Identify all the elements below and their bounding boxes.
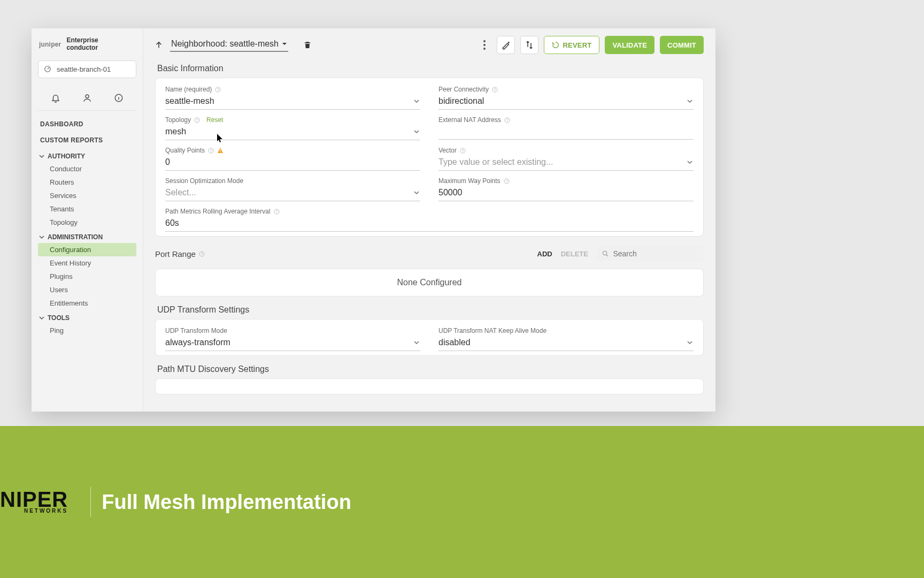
card-pmtu xyxy=(155,378,704,394)
udp-mode-select[interactable]: always-transform xyxy=(165,334,420,351)
udp-mode-value: always-transform xyxy=(165,338,230,347)
section-port-range: Port Range ? ADD DELETE None Configured xyxy=(155,245,704,296)
magic-wand-button[interactable] xyxy=(497,36,515,54)
sidebar-item-services[interactable]: Services xyxy=(38,189,136,202)
nav-dashboard[interactable]: DASHBOARD xyxy=(38,116,136,132)
port-range-delete-button: DELETE xyxy=(561,250,588,258)
app-window: juniper Enterprise conductor seattle-bra… xyxy=(32,28,715,412)
field-path-metrics-interval: Path Metrics Rolling Average Interval? 6… xyxy=(165,208,694,232)
help-icon[interactable]: ? xyxy=(194,117,200,123)
field-max-way-points: Maximum Way Points? 50000 xyxy=(438,177,694,201)
bell-icon[interactable] xyxy=(48,90,64,106)
sidebar-item-entitlements[interactable]: Entitlements xyxy=(38,296,136,310)
label-pmr: Path Metrics Rolling Average Interval? xyxy=(165,208,694,215)
field-quality-points: Quality Points ? 0 xyxy=(165,147,420,171)
sidebar-item-routers[interactable]: Routers xyxy=(38,176,136,189)
ext-nat-input[interactable] xyxy=(438,124,694,140)
delete-button[interactable] xyxy=(303,40,312,50)
port-range-search[interactable] xyxy=(597,246,704,261)
help-icon[interactable]: ? xyxy=(274,209,280,215)
help-icon[interactable]: ? xyxy=(504,117,510,123)
help-icon[interactable]: ? xyxy=(504,178,510,184)
back-up-button[interactable] xyxy=(153,39,165,51)
chevron-down-icon xyxy=(39,315,44,321)
sidebar-item-ping[interactable]: Ping xyxy=(38,324,136,337)
sidebar-item-configuration[interactable]: Configuration xyxy=(38,243,136,256)
warning-icon xyxy=(217,147,224,154)
sidebar-item-plugins[interactable]: Plugins xyxy=(38,270,136,283)
section-title-pmtu: Path MTU Discovery Settings xyxy=(157,364,704,374)
chevron-down-icon xyxy=(687,340,692,345)
router-selector[interactable]: seattle-branch-01 xyxy=(38,60,136,78)
svg-point-1 xyxy=(86,95,89,98)
brand-name: Enterprise conductor xyxy=(66,37,98,52)
caret-down-icon xyxy=(282,41,287,47)
sidebar-item-tenants[interactable]: Tenants xyxy=(38,202,136,216)
gauge-icon xyxy=(44,65,51,73)
nav-group-tools-label: TOOLS xyxy=(48,314,70,322)
info-icon[interactable] xyxy=(111,90,127,106)
router-name: seattle-branch-01 xyxy=(57,65,111,73)
nav-custom-reports[interactable]: CUSTOM REPORTS xyxy=(38,132,136,148)
footer-banner: NIPER NETWORKS Full Mesh Implementation xyxy=(0,426,924,578)
udp-nat-select[interactable]: disabled xyxy=(438,334,694,351)
revert-button[interactable]: REVERT xyxy=(544,36,599,54)
quality-input[interactable]: 0 xyxy=(165,154,420,171)
field-udp-nat-mode: UDP Transform NAT Keep Alive Mode disabl… xyxy=(438,327,694,351)
sidebar-item-users[interactable]: Users xyxy=(38,283,136,296)
more-menu-button[interactable] xyxy=(478,36,491,54)
sidebar-item-event-history[interactable]: Event History xyxy=(38,256,136,270)
svg-text:?: ? xyxy=(461,148,464,153)
main-panel: Neighborhood: seattle-mesh xyxy=(143,28,715,412)
field-udp-mode: UDP Transform Mode always-transform xyxy=(165,327,420,351)
help-icon[interactable]: ? xyxy=(199,251,205,257)
sidebar-item-conductor[interactable]: Conductor xyxy=(38,162,136,176)
topology-value: mesh xyxy=(165,127,186,136)
maxway-input[interactable]: 50000 xyxy=(438,185,694,201)
vector-select[interactable]: Type value or select existing... xyxy=(438,154,694,171)
search-icon xyxy=(602,250,609,257)
sidebar-item-topology[interactable]: Topology xyxy=(38,216,136,229)
field-external-nat: External NAT Address? xyxy=(438,116,694,140)
topology-reset-link[interactable]: Reset xyxy=(206,116,223,124)
commit-button[interactable]: COMMIT xyxy=(660,36,704,54)
label-udp-nat-mode: UDP Transform NAT Keep Alive Mode xyxy=(438,327,694,334)
quality-value: 0 xyxy=(165,157,170,166)
label-topology: Topology ? Reset xyxy=(165,116,420,124)
help-icon[interactable]: ? xyxy=(492,87,498,93)
field-topology: Topology ? Reset mesh xyxy=(165,116,420,140)
som-select[interactable]: Select... xyxy=(165,185,420,201)
svg-point-3 xyxy=(483,40,486,42)
validate-label: VALIDATE xyxy=(612,41,647,49)
port-range-add-button[interactable]: ADD xyxy=(537,250,552,258)
name-select[interactable]: seattle-mesh xyxy=(165,93,420,110)
field-vector: Vector? Type value or select existing... xyxy=(438,147,694,171)
content-scroll[interactable]: Basic Information Name (required)? seatt… xyxy=(143,54,715,394)
svg-text:?: ? xyxy=(505,179,507,184)
som-placeholder: Select... xyxy=(165,188,196,197)
peer-select[interactable]: bidirectional xyxy=(438,93,694,110)
field-name: Name (required)? seattle-mesh xyxy=(165,86,420,110)
nav-group-administration[interactable]: ADMINISTRATION xyxy=(38,229,136,243)
chevron-down-icon xyxy=(39,234,44,240)
nav-group-authority[interactable]: AUTHORITY xyxy=(38,148,136,162)
name-value: seattle-mesh xyxy=(165,96,214,105)
label-quality: Quality Points ? xyxy=(165,147,420,154)
compare-arrows-button[interactable] xyxy=(520,36,538,54)
breadcrumb-dropdown[interactable]: Neighborhood: seattle-mesh xyxy=(170,38,288,52)
card-basic-information: Name (required)? seattle-mesh Peer Conne… xyxy=(155,78,704,237)
port-range-search-input[interactable] xyxy=(613,249,698,258)
port-range-title: Port Range ? xyxy=(155,249,205,258)
validate-button[interactable]: VALIDATE xyxy=(605,36,654,54)
nav-group-tools[interactable]: TOOLS xyxy=(38,310,136,324)
label-vector: Vector? xyxy=(438,147,694,154)
help-icon[interactable]: ? xyxy=(215,87,221,93)
user-icon[interactable] xyxy=(79,90,95,106)
chevron-down-icon xyxy=(414,98,419,104)
topbar-actions: REVERT VALIDATE COMMIT xyxy=(478,36,704,54)
help-icon[interactable]: ? xyxy=(460,148,466,154)
topology-select[interactable]: mesh xyxy=(165,124,420,140)
pmr-input[interactable]: 60s xyxy=(165,215,694,232)
help-icon[interactable]: ? xyxy=(208,148,214,154)
peer-value: bidirectional xyxy=(438,96,484,105)
